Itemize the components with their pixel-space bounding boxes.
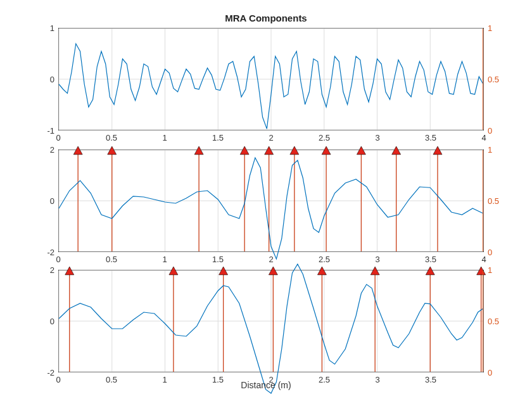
curve-svg-2 [59,150,483,251]
svg-marker-71 [370,267,379,275]
svg-marker-35 [73,146,82,155]
svg-marker-43 [392,146,401,155]
y-tick-right: 0.5 [488,317,499,326]
y-tick-left: 2 [50,145,54,155]
x-tick: 0.5 [106,255,117,264]
y-tick-right: 0.5 [488,196,499,206]
y-tick-left: 0 [50,196,54,206]
y-tick-left: 1 [50,23,54,33]
figure: MRA Components -10100.5100.511.522.533.5… [0,0,532,399]
svg-marker-72 [426,267,434,275]
svg-marker-66 [65,267,74,275]
y-tick-right: 0 [488,248,492,257]
x-tick: 2 [269,133,273,142]
svg-marker-42 [357,146,365,155]
x-tick: 3 [375,133,379,142]
y-tick-left: 0 [50,75,54,84]
y-tick-left: -1 [47,126,54,136]
subplot-3: -20200.5100.511.522.533.5 [58,270,484,372]
x-tick: 4 [481,255,486,264]
svg-marker-68 [219,267,228,275]
x-tick: 0 [56,255,60,264]
svg-marker-69 [269,267,277,275]
x-tick: 3.5 [425,255,436,264]
x-tick: 1.5 [212,255,224,264]
svg-marker-38 [240,146,249,155]
subplot-1: -10100.5100.511.522.533.54 [58,28,484,130]
x-axis-label: Distance (m) [0,380,532,390]
svg-marker-36 [108,146,117,155]
plot-area-3 [58,270,484,372]
x-tick: 0 [56,133,60,142]
y-tick-right: 0.5 [488,75,499,84]
chart-title: MRA Components [0,13,532,23]
svg-marker-67 [169,267,178,275]
subplot-2: -20200.5100.511.522.533.54 [58,149,484,252]
x-tick: 2.5 [319,255,330,264]
svg-marker-40 [290,146,299,155]
x-tick: 1 [162,133,167,142]
curve-svg-3 [59,270,483,372]
x-tick: 3 [375,255,379,264]
x-tick: 1.5 [212,133,224,142]
y-tick-right: 0 [488,368,492,377]
svg-marker-39 [265,146,274,155]
curve-svg-1 [59,28,483,130]
y-tick-left: -2 [47,248,54,257]
x-tick: 1 [162,255,167,264]
y-tick-right: 0 [488,126,492,136]
svg-marker-73 [477,267,486,275]
x-tick: 2.5 [319,133,330,142]
svg-marker-37 [194,146,203,155]
svg-marker-41 [322,146,331,155]
y-tick-right: 1 [488,145,492,155]
x-tick: 2 [269,255,273,264]
plot-area-1 [58,28,484,130]
svg-marker-44 [433,146,442,155]
x-tick: 0.5 [106,133,117,142]
plot-area-2 [58,149,484,252]
x-tick: 4 [481,133,486,142]
y-tick-left: 0 [50,317,54,326]
svg-marker-70 [317,267,326,275]
y-tick-left: 2 [50,265,54,275]
y-tick-left: -2 [47,368,54,377]
y-tick-right: 1 [488,23,492,33]
x-tick: 3.5 [425,133,436,142]
y-tick-right: 1 [488,265,492,275]
